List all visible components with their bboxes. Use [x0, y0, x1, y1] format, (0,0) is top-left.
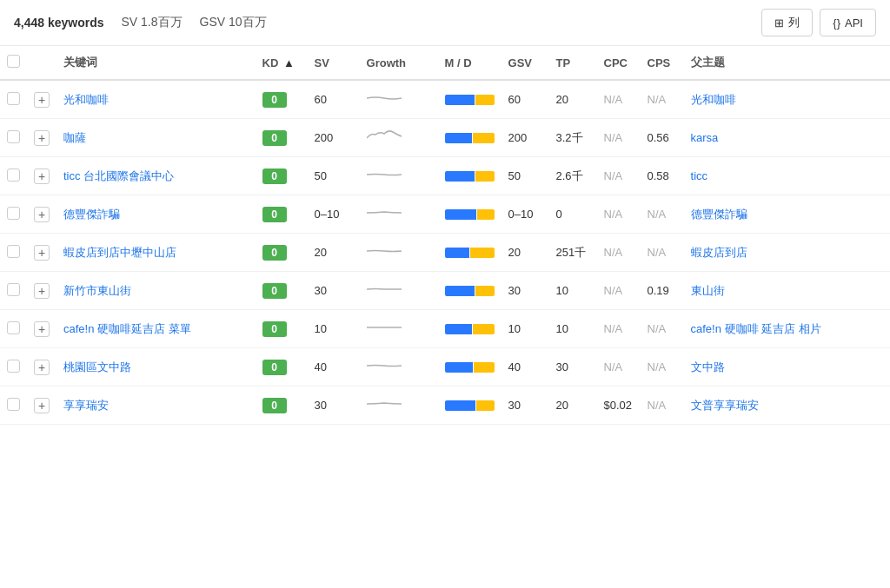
- kd-badge: 0: [262, 92, 287, 108]
- md-bar: [445, 133, 495, 143]
- columns-button[interactable]: ⊞ 列: [761, 9, 813, 36]
- sv-value: 200: [315, 131, 334, 144]
- add-keyword-button[interactable]: +: [34, 207, 50, 222]
- tp-value: 251千: [556, 246, 587, 259]
- row-checkbox[interactable]: [7, 168, 20, 182]
- header-cps: CPS: [641, 46, 684, 80]
- table-header-row: 关键词 KD ▲ SV Growth M / D GSV: [0, 46, 890, 80]
- growth-cell: [360, 310, 438, 348]
- cps-cell: 0.56: [641, 119, 684, 157]
- header-tp: TP: [549, 46, 597, 80]
- kd-cell: 0: [256, 310, 308, 348]
- keyword-link[interactable]: 咖薩: [63, 131, 86, 144]
- row-checkbox[interactable]: [7, 321, 20, 334]
- sparkline-chart: [367, 89, 410, 109]
- cpc-value: N/A: [604, 360, 623, 373]
- keyword-cell: 享享瑞安: [56, 386, 256, 425]
- tp-cell: 20: [549, 80, 597, 119]
- row-checkbox[interactable]: [7, 360, 20, 373]
- keyword-link[interactable]: 享享瑞安: [63, 399, 109, 412]
- keyword-link[interactable]: ticc 台北國際會議中心: [63, 169, 174, 182]
- row-checkbox[interactable]: [7, 283, 20, 296]
- cpc-value: N/A: [604, 131, 623, 144]
- header-kd[interactable]: KD ▲: [256, 46, 308, 80]
- parent-link[interactable]: 文中路: [691, 360, 725, 373]
- parent-link[interactable]: 東山街: [691, 284, 725, 297]
- md-blue-bar: [445, 209, 476, 220]
- md-yellow-bar: [473, 324, 495, 334]
- cps-value: N/A: [648, 208, 667, 221]
- row-checkbox[interactable]: [7, 398, 20, 411]
- sv-cell: 30: [308, 272, 360, 310]
- parent-cell: karsa: [684, 119, 890, 157]
- keyword-link[interactable]: 新竹市東山街: [63, 284, 131, 297]
- growth-cell: [360, 234, 438, 272]
- row-checkbox-cell: [0, 119, 27, 157]
- keyword-cell: 咖薩: [56, 119, 256, 157]
- add-keyword-button[interactable]: +: [34, 245, 50, 261]
- sv-cell: 60: [308, 80, 360, 119]
- parent-link[interactable]: ticc: [691, 169, 708, 182]
- md-cell: [438, 119, 501, 157]
- keyword-link[interactable]: 桃園區文中路: [63, 360, 131, 373]
- kd-cell: 0: [256, 80, 308, 119]
- select-all-checkbox[interactable]: [7, 55, 20, 68]
- md-yellow-bar: [475, 171, 495, 182]
- tp-value: 2.6千: [556, 169, 583, 182]
- parent-link[interactable]: karsa: [691, 131, 719, 144]
- growth-cell: [360, 80, 438, 119]
- sv-value: 50: [315, 169, 327, 182]
- sv-cell: 10: [308, 310, 360, 348]
- tp-cell: 10: [549, 310, 597, 348]
- md-cell: [438, 234, 501, 272]
- parent-cell: 東山街: [684, 272, 890, 310]
- add-keyword-button[interactable]: +: [34, 92, 50, 108]
- cps-value: 0.19: [648, 284, 669, 297]
- api-button[interactable]: {} API: [820, 9, 876, 36]
- add-keyword-button[interactable]: +: [34, 321, 50, 337]
- tp-value: 10: [556, 284, 568, 297]
- row-checkbox[interactable]: [7, 207, 20, 220]
- row-checkbox[interactable]: [7, 92, 20, 105]
- table-row: + 咖薩 0 200 200 3.2千: [0, 119, 890, 157]
- parent-link[interactable]: 蝦皮店到店: [691, 246, 747, 259]
- add-keyword-button[interactable]: +: [34, 398, 50, 413]
- keyword-link[interactable]: 德豐傑詐騙: [63, 208, 120, 221]
- add-keyword-button[interactable]: +: [34, 360, 50, 375]
- parent-link[interactable]: 德豐傑詐騙: [691, 208, 747, 221]
- row-plus-cell: +: [27, 272, 56, 310]
- add-keyword-button[interactable]: +: [34, 168, 50, 184]
- sparkline-chart: [367, 204, 410, 224]
- parent-link[interactable]: cafe!n 硬咖啡 延吉店 相片: [691, 322, 821, 335]
- cpc-value: N/A: [604, 284, 623, 297]
- keyword-link[interactable]: 光和咖啡: [63, 93, 109, 106]
- kd-cell: 0: [256, 272, 308, 310]
- md-bar: [445, 171, 495, 182]
- kd-badge: 0: [262, 168, 287, 184]
- tp-cell: 10: [549, 272, 597, 310]
- parent-cell: 文普享享瑞安: [684, 386, 890, 425]
- row-checkbox[interactable]: [7, 130, 20, 143]
- gsv-value: 40: [508, 360, 521, 373]
- kd-badge: 0: [262, 245, 287, 261]
- parent-link[interactable]: 光和咖啡: [691, 93, 736, 106]
- cpc-cell: N/A: [597, 348, 641, 386]
- md-cell: [438, 157, 501, 195]
- keyword-link[interactable]: 蝦皮店到店中壢中山店: [63, 246, 176, 259]
- md-cell: [438, 310, 501, 348]
- md-yellow-bar: [474, 362, 495, 373]
- md-blue-bar: [445, 248, 469, 258]
- table-row: + 蝦皮店到店中壢中山店 0 20 20 251千: [0, 234, 890, 272]
- add-keyword-button[interactable]: +: [34, 283, 50, 299]
- keyword-link[interactable]: cafe!n 硬咖啡延吉店 菜單: [63, 322, 191, 335]
- parent-link[interactable]: 文普享享瑞安: [691, 399, 759, 412]
- top-bar: 4,448 keywords SV 1.8百万 GSV 10百万 ⊞ 列 {} …: [0, 0, 890, 46]
- row-checkbox[interactable]: [7, 245, 20, 258]
- api-icon: {}: [833, 17, 840, 30]
- md-bar: [445, 95, 495, 105]
- tp-value: 30: [556, 360, 568, 373]
- add-keyword-button[interactable]: +: [34, 130, 50, 146]
- tp-value: 0: [556, 208, 562, 221]
- sparkline-chart: [367, 357, 410, 377]
- cps-cell: 0.19: [641, 272, 684, 310]
